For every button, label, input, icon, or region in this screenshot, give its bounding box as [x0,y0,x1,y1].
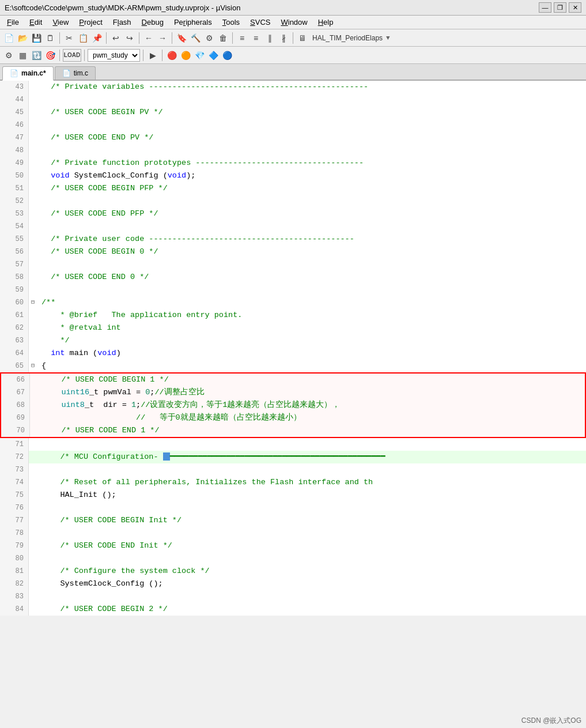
fold-icon[interactable] [30,399,38,412]
build2-button[interactable]: ⚙ [203,32,216,44]
fold-icon[interactable] [30,374,38,386]
fold-icon[interactable] [29,438,37,451]
fold-icon[interactable] [29,220,37,233]
grid-button[interactable]: ▦ [16,49,29,62]
fold-icon[interactable] [29,93,37,106]
menu-view[interactable]: View [48,17,73,28]
back-button[interactable]: ← [142,32,155,44]
fold-icon[interactable] [29,106,37,119]
fold-icon[interactable] [29,489,37,501]
build-button[interactable]: 🔨 [189,32,202,44]
code-content [37,119,586,131]
copy-button[interactable]: 📋 [77,32,89,44]
code-editor[interactable]: 43 /* Private variables ----------------… [0,81,586,616]
menu-help[interactable]: Help [313,17,338,28]
target-button[interactable]: 🎯 [44,49,56,62]
fold-icon[interactable] [29,540,37,552]
fold-icon[interactable] [29,258,37,271]
dropdown-arrow[interactable]: ▼ [386,35,390,42]
fold-icon[interactable] [29,463,37,476]
fold-icon[interactable] [30,412,38,424]
fold-icon[interactable] [29,119,37,131]
fold-icon[interactable] [29,157,37,169]
fold-icon[interactable] [29,284,37,296]
open-button[interactable]: 📂 [16,32,29,44]
fold-icon[interactable] [29,169,37,182]
new-file-button[interactable]: 📄 [2,32,15,44]
obj3-button[interactable]: 💎 [193,49,206,62]
refresh-button[interactable]: 🔃 [30,49,43,62]
fold-icon[interactable] [29,334,37,347]
obj1-button[interactable]: 🔴 [165,49,178,62]
debug-icon-button[interactable]: 🖥 [296,32,309,44]
maximize-button[interactable]: ❐ [554,2,566,13]
fold-icon[interactable] [29,565,37,578]
menu-window[interactable]: Window [276,17,312,28]
fold-icon[interactable] [29,208,37,220]
fold-icon[interactable] [29,590,37,603]
fold-icon[interactable] [30,386,38,399]
save-all-button[interactable]: 🗒 [44,32,56,44]
code-content [37,258,586,271]
obj5-button[interactable]: 🔵 [221,49,233,62]
format-button[interactable]: ∥ [263,32,276,44]
code-content: /* Private variables -------------------… [37,81,586,93]
fold-icon[interactable] [29,578,37,590]
paste-button[interactable]: 📌 [90,32,103,44]
align-left-button[interactable]: ≡ [236,32,248,44]
tab-main-c[interactable]: 📄 main.c* [2,66,54,81]
menu-svcs[interactable]: SVCS [245,17,275,28]
fold-icon[interactable] [29,81,37,93]
fold-icon[interactable] [29,501,37,514]
code-content [37,527,586,540]
fold-icon[interactable] [29,322,37,334]
fold-icon[interactable] [29,131,37,144]
redo-button[interactable]: ↪ [123,32,136,44]
menu-peripherals[interactable]: Peripherals [169,17,217,28]
menu-debug[interactable]: Debug [137,17,168,28]
fold-icon[interactable]: ⊟ [29,296,37,309]
forward-button[interactable]: → [156,32,169,44]
menu-file[interactable]: File [2,17,24,28]
fold-icon[interactable] [29,271,37,284]
window-controls: — ❐ ✕ [539,2,581,13]
code-content: /* USER CODE BEGIN 1 */ [38,374,585,386]
fold-icon[interactable] [29,233,37,246]
fold-icon[interactable] [30,424,38,437]
fold-icon[interactable] [29,309,37,322]
fold-icon[interactable] [29,144,37,157]
fold-icon[interactable] [29,246,37,258]
fold-icon[interactable] [29,552,37,565]
fold-icon[interactable] [29,347,37,360]
fold-icon[interactable] [29,514,37,527]
menu-tools[interactable]: Tools [218,17,244,28]
format2-button[interactable]: ∦ [277,32,290,44]
menu-project[interactable]: Project [74,17,107,28]
fold-icon[interactable]: ⊟ [29,360,37,372]
fold-icon[interactable] [29,527,37,540]
code-content [37,195,586,208]
bookmark-button[interactable]: 🔖 [175,32,188,44]
menu-edit[interactable]: Edit [25,17,47,28]
cut-button[interactable]: ✂ [63,32,75,44]
obj2-button[interactable]: 🟠 [179,49,192,62]
load-button[interactable]: LOAD [63,49,81,62]
align-right-button[interactable]: ≡ [249,32,262,44]
fold-icon[interactable] [29,182,37,195]
close-button[interactable]: ✕ [569,2,581,13]
minimize-button[interactable]: — [539,2,551,13]
fold-icon[interactable] [29,603,37,616]
code-content: */ [37,334,586,347]
project-select[interactable]: pwm_study [88,49,140,62]
obj4-button[interactable]: 🔷 [207,49,220,62]
settings-button[interactable]: ⚙ [2,49,15,62]
clean-button[interactable]: 🗑 [217,32,229,44]
run-button[interactable]: ▶ [146,49,159,62]
fold-icon[interactable] [29,476,37,489]
menu-flash[interactable]: Flash [108,17,136,28]
fold-icon[interactable] [29,451,37,463]
tab-tim-c[interactable]: 📄 tim.c [55,66,96,80]
fold-icon[interactable] [29,195,37,208]
save-button[interactable]: 💾 [30,32,43,44]
undo-button[interactable]: ↩ [109,32,122,44]
